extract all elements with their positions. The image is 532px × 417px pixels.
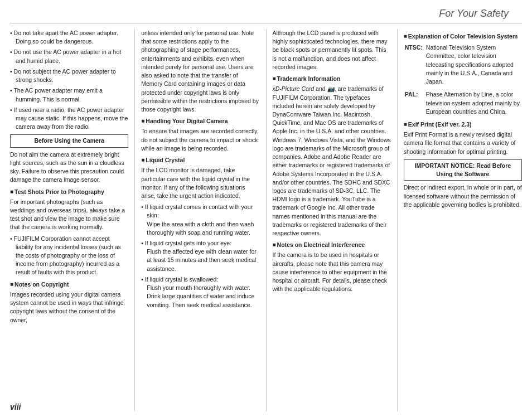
ac-adapter-bullets: Do not take apart the AC power adapter. … [10,29,128,131]
column-1: Do not take apart the AC power adapter. … [10,29,132,411]
electrical-heading: Notes on Electrical Interference [273,241,391,249]
pal-text: Phase Alternation by Line, a color telev… [426,90,521,116]
copyright-heading: Notes on Copyright [10,280,128,289]
page-title: For Your Safety [10,0,522,23]
important-text: Direct or indirect export, in whole or i… [404,183,522,209]
copyright-text: Images recorded using your digital camer… [10,290,128,324]
test-shots-heading: Test Shots Prior to Photography [10,188,128,196]
liquid-text: If the LCD monitor is damaged, take part… [141,166,259,200]
exif-heading: Exif Print (Exif ver. 2.3) [404,120,522,129]
trademark-heading: Trademark Information [273,75,391,83]
column-3: Although the LCD panel is produced with … [269,29,395,411]
exif-text: Exif Print Format is a newly revised dig… [404,130,522,156]
liquid-bullet-1: If liquid crystal comes in contact with … [141,203,259,237]
trademark-text: xD-Picture Card and 📷, are trademarks of… [273,85,391,237]
bullet-2: Do not use the AC power adapter in a hot… [10,48,128,65]
before-camera-heading: Before Using the Camera [10,134,128,147]
bullet-3: Do not subject the AC power adapter to s… [10,67,128,84]
pal-label: PAL: [405,90,425,116]
liquid-heading: Liquid Crystal [141,156,259,164]
liquid-bullet-2: If liquid crystal gets into your eye:Flu… [141,239,259,273]
lcd-text: Although the LCD panel is produced with … [273,29,391,71]
handling-text: To ensure that images are recorded corre… [141,127,259,153]
ntsc-label: NTSC: [405,43,425,86]
electrical-text: If the camera is to be used in hospitals… [273,251,391,293]
test-shots-text: For important photographs (such as weddi… [10,198,128,232]
column-2: unless intended only for personal use. N… [137,29,263,411]
ntsc-text: National Television System Committee, co… [426,43,521,86]
page-number: viii [10,403,21,411]
copyright-cont: unless intended only for personal use. N… [141,29,259,114]
bullet-4: The AC power adapter may emit a humming.… [10,86,128,103]
important-heading: IMPORTANT NOTICE: Read Before Using the … [404,159,522,181]
color-tv-heading: Explanation of Color Television System [404,32,522,41]
before-camera-text: Do not aim the camera at extremely brigh… [10,151,128,185]
bullet-5: If used near a radio, the AC power adapt… [10,106,128,132]
fujifilm-bullet: FUJIFILM Corporation cannot accept liabi… [10,235,128,277]
liquid-bullet-3: If liquid crystal is swallowed:Flush you… [141,275,259,309]
bullet-1: Do not take apart the AC power adapter. … [10,29,128,46]
handling-heading: Handling Your Digital Camera [141,117,259,125]
column-4: Explanation of Color Television System N… [400,29,522,411]
